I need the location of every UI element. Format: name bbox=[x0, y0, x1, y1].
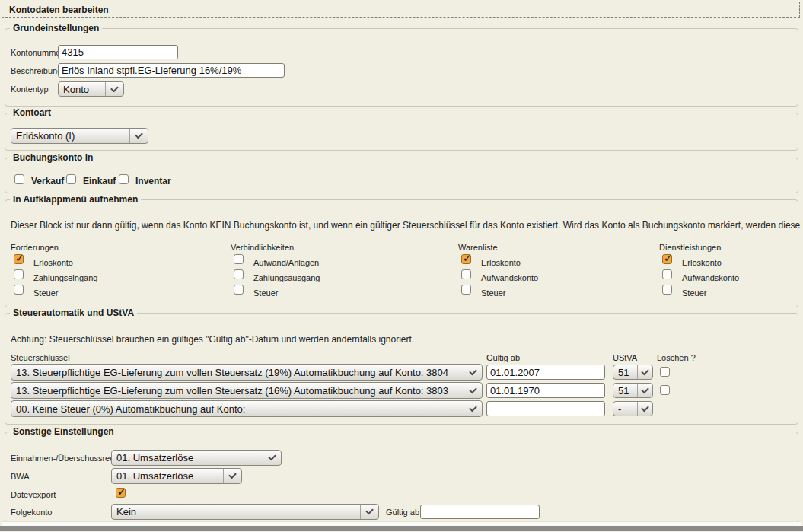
header-gueltig-ab: Gültig ab bbox=[486, 353, 520, 362]
header-ustva: UStVA bbox=[613, 353, 637, 362]
chevron-down-icon bbox=[637, 402, 652, 416]
kontentyp-select-value: Konto bbox=[59, 82, 105, 96]
verkauf-checkbox[interactable] bbox=[14, 174, 24, 184]
chevron-down-icon bbox=[464, 383, 482, 398]
loeschen-checkbox-row1[interactable] bbox=[660, 367, 670, 377]
verbindlichkeiten-aufwand-label: Aufwand/Anlagen bbox=[253, 258, 319, 267]
chevron-down-icon bbox=[263, 451, 281, 465]
euer-select[interactable]: 01. Umsatzerlöse bbox=[111, 450, 282, 466]
euer-select-value: 01. Umsatzerlöse bbox=[112, 451, 263, 465]
dienstleistungen-steuer-label: Steuer bbox=[682, 288, 706, 298]
beschreibung-input[interactable] bbox=[58, 63, 285, 78]
steuerschluessel-select-row2[interactable]: 13. Steuerpflichtige EG-Lieferung zum vo… bbox=[11, 382, 483, 399]
aufklappmenu-note: Dieser Block ist nur dann gültig, wenn d… bbox=[11, 220, 803, 231]
steuerschluessel-select-row1[interactable]: 13. Steuerpflichtige EG-Lieferung zum vo… bbox=[11, 364, 483, 381]
ustva-select-row1[interactable]: 51 bbox=[613, 365, 653, 380]
section-sonstige: Sonstige Einstellungen Einnahmen-/Übersc… bbox=[5, 432, 798, 522]
section-kontoart-legend: Kontoart bbox=[10, 107, 54, 118]
folgekonto-gueltig-ab-input[interactable] bbox=[420, 505, 540, 519]
gueltig-ab-input-row2[interactable] bbox=[486, 383, 605, 398]
forderungen-erloeskonto-checkbox[interactable] bbox=[14, 254, 24, 264]
page-title-box: Kontodaten bearbeiten bbox=[2, 2, 800, 18]
forderungen-erloeskonto-label: Erlöskonto bbox=[33, 258, 73, 267]
chevron-down-icon bbox=[637, 384, 652, 397]
section-steuerautomatik: Steuerautomatik und UStVA Achtung: Steue… bbox=[5, 313, 798, 425]
dienstleistungen-steuer-checkbox[interactable] bbox=[662, 285, 672, 295]
steuerautomatik-warning: Achtung: Steuerschlüssel brauchen ein gü… bbox=[11, 334, 414, 345]
steuerschluessel-select-value: 13. Steuerpflichtige EG-Lieferung zum vo… bbox=[11, 383, 464, 398]
warenliste-erloeskonto-checkbox[interactable] bbox=[461, 254, 471, 264]
section-grundeinstellungen: Grundeinstellungen Kontonummer Beschreib… bbox=[5, 28, 798, 107]
inventar-label: Inventar bbox=[135, 176, 171, 186]
loeschen-checkbox-row2[interactable] bbox=[660, 385, 670, 395]
ustva-select-row2[interactable]: 51 bbox=[613, 383, 653, 398]
gueltig-ab-input-row1[interactable] bbox=[486, 365, 605, 380]
steuerschluessel-select-value: 00. Keine Steuer (0%) Automatikbuchung a… bbox=[11, 401, 464, 416]
warenliste-aufwandskonto-checkbox[interactable] bbox=[461, 269, 471, 279]
ustva-select-value: 51 bbox=[613, 384, 637, 397]
warenliste-steuer-label: Steuer bbox=[481, 288, 505, 298]
bwa-label: BWA bbox=[11, 472, 30, 481]
warenliste-aufwandskonto-label: Aufwandskonto bbox=[481, 273, 538, 282]
datevexport-label: Datevexport bbox=[11, 490, 56, 499]
forderungen-steuer-checkbox[interactable] bbox=[14, 285, 24, 295]
dienstleistungen-aufwandskonto-checkbox[interactable] bbox=[662, 269, 672, 279]
bwa-select-value: 01. Umsatzerlöse bbox=[112, 469, 223, 483]
header-steuerschluessel: Steuerschlüssel bbox=[11, 353, 70, 362]
chevron-down-icon bbox=[105, 82, 123, 96]
section-buchungskonto-legend: Buchungskonto in bbox=[10, 152, 96, 163]
section-aufklappmenu-legend: In Aufklappmenü aufnehmen bbox=[10, 194, 141, 205]
section-sonstige-legend: Sonstige Einstellungen bbox=[10, 426, 117, 437]
header-loeschen: Löschen ? bbox=[657, 353, 696, 362]
column-title-verbindlichkeiten: Verbindlichkeiten bbox=[231, 243, 294, 252]
verbindlichkeiten-steuer-checkbox[interactable] bbox=[234, 285, 244, 295]
inventar-checkbox[interactable] bbox=[119, 174, 129, 184]
chevron-down-icon bbox=[360, 505, 378, 519]
warenliste-steuer-checkbox[interactable] bbox=[461, 285, 471, 295]
kontentyp-select[interactable]: Konto bbox=[58, 81, 124, 97]
forderungen-zahlungseingang-checkbox[interactable] bbox=[14, 269, 24, 279]
beschreibung-label: Beschreibung bbox=[11, 66, 62, 75]
steuerschluessel-select-value: 13. Steuerpflichtige EG-Lieferung zum vo… bbox=[11, 365, 464, 380]
chevron-down-icon bbox=[637, 365, 652, 379]
bottom-bar bbox=[0, 526, 803, 531]
kontoart-select[interactable]: Erlöskonto (I) bbox=[11, 128, 148, 144]
ustva-select-row3[interactable]: - bbox=[613, 401, 653, 416]
warenliste-erloeskonto-label: Erlöskonto bbox=[481, 258, 521, 267]
datevexport-checkbox[interactable] bbox=[116, 488, 126, 498]
folgekonto-select[interactable]: Kein bbox=[111, 504, 379, 520]
folgekonto-select-value: Kein bbox=[112, 505, 360, 519]
verbindlichkeiten-steuer-label: Steuer bbox=[253, 288, 278, 298]
section-steuerautomatik-legend: Steuerautomatik und UStVA bbox=[10, 307, 137, 318]
verbindlichkeiten-zahlungsausgang-label: Zahlungsausgang bbox=[253, 273, 320, 282]
kontentyp-label: Kontentyp bbox=[11, 84, 49, 94]
kontoart-select-value: Erlöskonto (I) bbox=[11, 129, 129, 143]
bwa-select[interactable]: 01. Umsatzerlöse bbox=[111, 468, 242, 484]
page-title: Kontodaten bearbeiten bbox=[2, 5, 109, 15]
kontodaten-form: Kontodaten bearbeiten Grundeinstellungen… bbox=[0, 0, 803, 532]
section-grundeinstellungen-legend: Grundeinstellungen bbox=[10, 23, 102, 33]
verbindlichkeiten-zahlungsausgang-checkbox[interactable] bbox=[234, 269, 244, 279]
dienstleistungen-erloeskonto-checkbox[interactable] bbox=[662, 254, 672, 264]
gueltig-ab-input-row3[interactable] bbox=[486, 401, 605, 416]
chevron-down-icon bbox=[464, 401, 482, 416]
dienstleistungen-erloeskonto-label: Erlöskonto bbox=[682, 258, 722, 267]
folgekonto-label: Folgekonto bbox=[11, 508, 52, 517]
kontonummer-label: Kontonummer bbox=[11, 48, 63, 57]
ustva-select-value: - bbox=[613, 402, 637, 416]
kontonummer-input[interactable] bbox=[58, 45, 178, 59]
chevron-down-icon bbox=[223, 469, 241, 483]
section-kontoart: Kontoart Erlöskonto (I) bbox=[5, 113, 798, 151]
ustva-select-value: 51 bbox=[613, 365, 637, 379]
einkauf-checkbox[interactable] bbox=[66, 174, 76, 184]
section-buchungskonto: Buchungskonto in Verkauf Einkauf Inventa… bbox=[5, 158, 798, 193]
forderungen-zahlungseingang-label: Zahlungseingang bbox=[33, 273, 97, 282]
verbindlichkeiten-aufwand-checkbox[interactable] bbox=[234, 254, 244, 264]
dienstleistungen-aufwandskonto-label: Aufwandskonto bbox=[682, 273, 739, 282]
folgekonto-gueltig-ab-label: Gültig ab bbox=[386, 508, 419, 517]
einkauf-label: Einkauf bbox=[83, 176, 116, 186]
column-title-warenliste: Warenliste bbox=[458, 243, 498, 252]
forderungen-steuer-label: Steuer bbox=[33, 288, 58, 298]
chevron-down-icon bbox=[129, 129, 148, 143]
steuerschluessel-select-row3[interactable]: 00. Keine Steuer (0%) Automatikbuchung a… bbox=[11, 400, 483, 417]
